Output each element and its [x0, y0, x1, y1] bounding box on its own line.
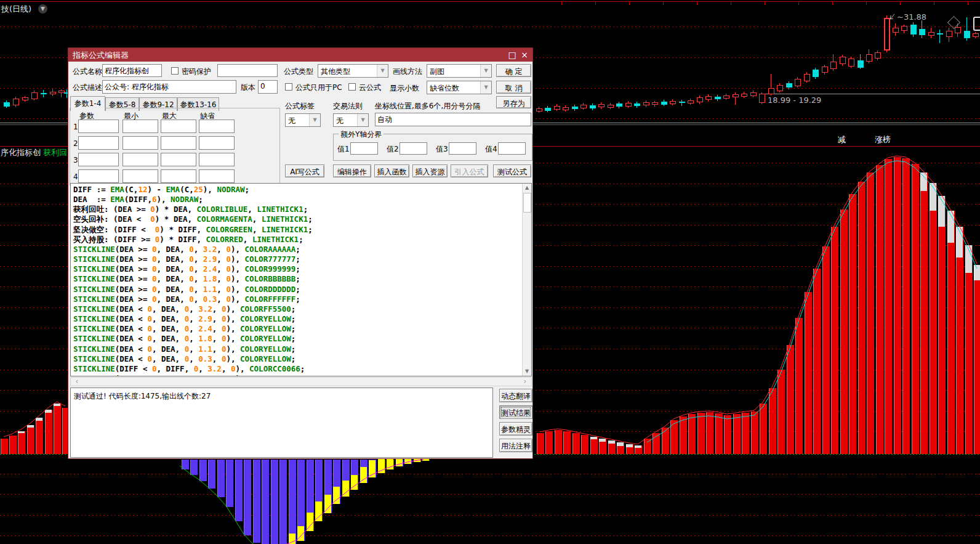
- desc-input[interactable]: 公众号: 程序化指标: [102, 80, 236, 94]
- chevron-down-icon[interactable]: ▼: [38, 4, 47, 14]
- candle: [866, 54, 872, 62]
- name-input[interactable]: 程序化指标创: [102, 64, 162, 77]
- param-input-r2c4[interactable]: [199, 136, 235, 150]
- param-wizard-button[interactable]: 参数精灵: [499, 422, 532, 436]
- close-icon[interactable]: ×: [519, 49, 530, 60]
- scroll-left-icon[interactable]: ‹: [72, 378, 82, 386]
- dropdown-arrow-icon[interactable]: ▼: [309, 114, 320, 126]
- candle: [884, 18, 890, 51]
- histogram-bar: [831, 227, 838, 454]
- dynamic-translate-button[interactable]: 动态翻译: [499, 389, 532, 402]
- param-input-r3c1[interactable]: [78, 153, 119, 166]
- extra-y-input-3[interactable]: [449, 142, 476, 155]
- ai-write-formula-button[interactable]: AI写公式: [285, 164, 324, 177]
- type-dropdown[interactable]: 其他类型 ▼: [318, 64, 388, 78]
- code-horizontal-scrollbar[interactable]: ‹ ›: [70, 377, 532, 386]
- gap-price-line: [763, 94, 980, 94]
- decimals-value: 缺省位数: [430, 83, 459, 94]
- tab-params-1-4[interactable]: 参数1-4: [70, 96, 105, 111]
- histogram-bar-signal: [307, 513, 313, 531]
- test-result-button[interactable]: 测试结果: [499, 405, 532, 419]
- dropdown-arrow-icon[interactable]: ▼: [357, 114, 368, 126]
- histogram-bar: [1, 439, 8, 454]
- zero-line: [0, 454, 68, 455]
- scroll-right-icon[interactable]: ›: [520, 378, 530, 386]
- param-input-r2c2[interactable]: [122, 136, 158, 150]
- param-input-r4c1[interactable]: [78, 169, 119, 183]
- edit-operation-button[interactable]: 编辑操作: [333, 164, 371, 177]
- histogram-bar: [769, 388, 776, 454]
- formula-code-editor[interactable]: DIFF := EMA(C,12) - EMA(C,25), NODRAW;DE…: [70, 183, 532, 376]
- extra-y-input-2[interactable]: [400, 142, 427, 155]
- test-formula-button[interactable]: 测试公式: [493, 164, 531, 177]
- indicator-name-fragment: 序化指标创: [1, 148, 41, 157]
- cloud-formula-checkbox[interactable]: [348, 83, 356, 91]
- candle: [536, 108, 542, 112]
- dropdown-arrow-icon[interactable]: ▼: [480, 81, 491, 94]
- param-input-r1c1[interactable]: [78, 120, 119, 133]
- maximize-icon[interactable]: □: [507, 49, 518, 60]
- param-input-r4c2[interactable]: [122, 169, 158, 183]
- password-label: 密码保护: [182, 67, 211, 77]
- candle: [634, 104, 640, 106]
- cloud-formula-label: 云公式: [359, 83, 381, 93]
- trade-rule-dropdown[interactable]: 无 ▼: [333, 113, 369, 127]
- ok-button[interactable]: 确 定: [496, 64, 531, 77]
- candle: [937, 33, 943, 35]
- import-formula-button[interactable]: 引入公式: [451, 164, 488, 177]
- candle: [41, 93, 47, 94]
- candle: [813, 70, 819, 77]
- test-result-box: 测试通过! 代码长度:1475,输出线个数:27: [70, 388, 493, 458]
- param-input-r1c4[interactable]: [199, 120, 235, 133]
- insert-function-button[interactable]: 插入函数: [374, 164, 409, 177]
- password-input[interactable]: [217, 64, 278, 77]
- usage-notes-button[interactable]: 用法注释: [499, 439, 532, 452]
- param-input-r3c2[interactable]: [122, 153, 158, 166]
- partial-window-icon[interactable]: [973, 17, 980, 31]
- decimals-dropdown[interactable]: 缺省位数 ▼: [427, 81, 492, 94]
- dropdown-arrow-icon[interactable]: ▼: [480, 65, 491, 77]
- draw-method-dropdown[interactable]: 副图 ▼: [427, 64, 492, 78]
- param-row-3: 3: [73, 156, 78, 164]
- formula-tag-dropdown[interactable]: 无 ▼: [285, 113, 321, 127]
- candle-wick: [939, 30, 940, 43]
- param-row-2: 2: [73, 139, 78, 148]
- candle: [795, 79, 801, 86]
- candle: [679, 102, 685, 103]
- histogram-bar: [885, 159, 892, 454]
- version-input[interactable]: 0: [258, 80, 278, 94]
- extra-y-input-4[interactable]: [498, 142, 526, 155]
- scrollbar-thumb[interactable]: [523, 193, 531, 213]
- histogram-bar: [849, 194, 856, 454]
- dialog-titlebar[interactable]: 指标公式编辑器 □ ×: [68, 48, 532, 62]
- coord-position-input[interactable]: 自动: [375, 113, 531, 126]
- param-input-r4c3[interactable]: [161, 169, 196, 183]
- code-vertical-scrollbar[interactable]: ▲ ▼: [522, 184, 531, 376]
- param-input-r3c3[interactable]: [161, 153, 196, 166]
- candle: [616, 104, 622, 107]
- version-label: 版本: [241, 83, 255, 93]
- dropdown-arrow-icon[interactable]: ▼: [377, 65, 388, 77]
- param-input-r1c3[interactable]: [161, 120, 196, 133]
- param-input-r2c3[interactable]: [161, 136, 196, 150]
- param-input-r3c4[interactable]: [199, 153, 235, 166]
- candle: [580, 105, 587, 108]
- histogram-bar-negative: [279, 460, 287, 544]
- candle: [840, 57, 846, 64]
- save-as-button[interactable]: 另存为: [496, 96, 531, 108]
- password-checkbox[interactable]: [171, 67, 179, 75]
- extra-y-input-1[interactable]: [350, 142, 378, 155]
- pc-only-checkbox[interactable]: [285, 83, 292, 91]
- badge-zhangbang[interactable]: 涨榜: [873, 134, 893, 145]
- param-input-r4c4[interactable]: [199, 169, 235, 183]
- trade-rule-label: 交易法则: [333, 101, 363, 112]
- scroll-up-icon[interactable]: ▲: [523, 184, 531, 192]
- scroll-down-icon[interactable]: ▼: [523, 367, 531, 376]
- insert-resource-button[interactable]: 插入资源: [412, 164, 448, 177]
- badge-jian[interactable]: 减: [836, 134, 848, 145]
- candle: [545, 108, 551, 111]
- cancel-button[interactable]: 取 消: [496, 81, 531, 94]
- param-input-r2c1[interactable]: [78, 136, 119, 150]
- histogram-bar: [537, 433, 544, 454]
- param-input-r1c2[interactable]: [122, 120, 158, 133]
